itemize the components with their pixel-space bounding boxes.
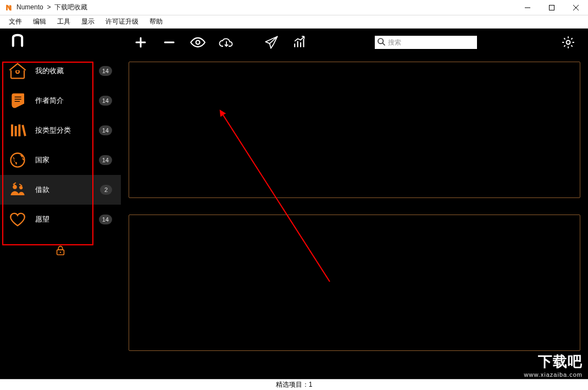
sidebar-item-collection[interactable]: 我的收藏 14 (0, 56, 121, 86)
app-icon (4, 3, 13, 12)
sidebar-item-label: 愿望 (35, 215, 99, 224)
sidebar-item-label: 借款 (35, 185, 100, 195)
author-icon (8, 91, 27, 111)
main-area (121, 29, 588, 379)
menu-edit[interactable]: 编辑 (27, 16, 52, 28)
sidebar-item-author[interactable]: 作者简介 14 (0, 86, 121, 116)
menu-file[interactable]: 文件 (3, 16, 27, 28)
menu-view[interactable]: 显示 (76, 16, 100, 28)
app-body: 我的收藏 14 作者简介 14 按类型分类 14 (0, 29, 588, 379)
sidebar-item-label: 按类型分类 (35, 125, 99, 135)
toolbar (121, 29, 588, 56)
sidebar-item-badge: 14 (99, 125, 112, 135)
sidebar-item-badge: 14 (99, 96, 112, 106)
search-icon (377, 37, 386, 48)
menu-bar: 文件 编辑 工具 显示 许可证升级 帮助 (0, 15, 588, 29)
view-button[interactable] (189, 34, 207, 51)
sidebar-item-badge: 14 (99, 66, 112, 76)
sidebar-list: 我的收藏 14 作者简介 14 按类型分类 14 (0, 56, 121, 234)
window-controls (515, 0, 588, 15)
item-card[interactable] (129, 62, 580, 198)
item-card[interactable] (129, 215, 580, 351)
lock-icon[interactable] (54, 244, 66, 258)
window-title: Numento > 下载吧收藏 (16, 3, 87, 12)
loan-icon (8, 180, 27, 200)
svg-point-9 (567, 41, 570, 45)
status-text: 精选项目：1 (276, 380, 313, 389)
send-button[interactable] (263, 34, 280, 51)
logo-icon (10, 33, 25, 52)
menu-help[interactable]: 帮助 (144, 16, 168, 28)
maximize-button[interactable] (540, 0, 564, 15)
search-input[interactable] (386, 39, 475, 46)
app-name: Numento (16, 3, 43, 11)
cloud-button[interactable] (218, 34, 235, 51)
svg-point-6 (60, 251, 61, 252)
content-area (121, 56, 588, 379)
close-button[interactable] (564, 0, 588, 15)
status-bar: 精选项目：1 (0, 379, 588, 390)
sidebar-item-badge: 14 (99, 215, 112, 224)
home-icon (8, 61, 27, 81)
add-button[interactable] (132, 34, 149, 51)
heart-icon (8, 210, 27, 229)
sidebar-item-badge: 2 (100, 185, 112, 195)
menu-license[interactable]: 许可证升级 (100, 16, 144, 28)
svg-point-7 (196, 41, 200, 45)
library-icon (8, 120, 27, 140)
sidebar-item-country[interactable]: 国家 14 (0, 145, 121, 175)
sidebar-item-label: 国家 (35, 155, 99, 165)
sidebar-item-loan[interactable]: 借款 2 (0, 175, 121, 205)
stats-button[interactable] (291, 34, 309, 51)
remove-button[interactable] (160, 34, 178, 51)
menu-tools[interactable]: 工具 (52, 16, 76, 28)
title-separator: > (47, 3, 51, 11)
document-name: 下载吧收藏 (54, 3, 87, 11)
logo-row (0, 29, 121, 56)
minimize-button[interactable] (515, 0, 540, 15)
sidebar-item-type[interactable]: 按类型分类 14 (0, 116, 121, 145)
sidebar-item-wish[interactable]: 愿望 14 (0, 205, 121, 234)
sidebar: 我的收藏 14 作者简介 14 按类型分类 14 (0, 29, 121, 379)
window-titlebar: Numento > 下载吧收藏 (0, 0, 588, 15)
search-box[interactable] (375, 36, 477, 49)
sidebar-item-label: 我的收藏 (35, 66, 99, 76)
svg-point-1 (16, 70, 19, 73)
globe-icon (8, 150, 27, 170)
sidebar-item-label: 作者简介 (35, 96, 99, 106)
settings-button[interactable] (559, 34, 577, 51)
sidebar-item-badge: 14 (99, 155, 112, 165)
svg-rect-0 (550, 6, 554, 10)
lock-row (0, 234, 121, 268)
